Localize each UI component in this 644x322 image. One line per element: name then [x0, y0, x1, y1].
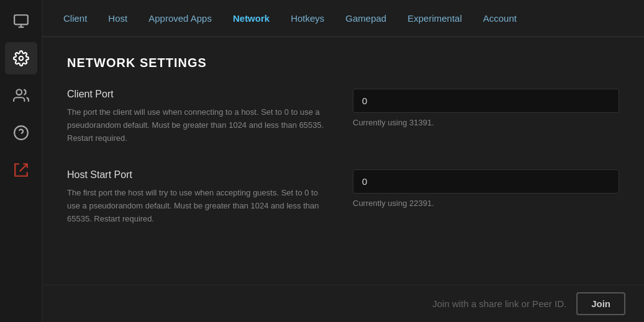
top-nav: Client Host Approved Apps Network Hotkey…: [42, 0, 644, 37]
help-icon: [13, 125, 29, 141]
client-port-title: Client Port: [67, 89, 328, 100]
client-port-desc: The port the client will use when connec…: [67, 106, 328, 145]
client-port-input-col: Currently using 31391.: [353, 89, 619, 127]
sidebar: [0, 0, 42, 322]
nav-item-host[interactable]: Host: [99, 8, 136, 29]
sidebar-item-settings[interactable]: [5, 42, 37, 74]
client-port-label-col: Client Port The port the client will use…: [67, 89, 328, 145]
page-title: NETWORK SETTINGS: [67, 56, 619, 70]
sidebar-item-monitor[interactable]: [5, 5, 37, 37]
svg-rect-0: [14, 15, 28, 24]
host-start-port-label-col: Host Start Port The first port the host …: [67, 169, 328, 225]
client-port-input[interactable]: [353, 89, 619, 113]
nav-item-hotkeys[interactable]: Hotkeys: [282, 8, 333, 29]
nav-item-network[interactable]: Network: [224, 8, 278, 29]
nav-item-approved-apps[interactable]: Approved Apps: [140, 8, 220, 29]
svg-point-4: [16, 89, 22, 95]
host-start-port-input-col: Currently using 22391.: [353, 169, 619, 208]
client-port-current: Currently using 31391.: [353, 118, 619, 127]
host-start-port-title: Host Start Port: [67, 169, 328, 181]
host-start-port-current: Currently using 22391.: [353, 199, 619, 208]
nav-item-experimental[interactable]: Experimental: [399, 8, 471, 29]
sidebar-item-users[interactable]: [5, 79, 37, 112]
content-area: NETWORK SETTINGS Client Port The port th…: [42, 37, 644, 285]
host-start-port-input[interactable]: [353, 169, 619, 194]
join-button[interactable]: Join: [576, 292, 625, 315]
settings-row-client-port: Client Port The port the client will use…: [67, 89, 619, 145]
bottom-bar: Join with a share link or Peer ID. Join: [42, 285, 644, 322]
sidebar-item-help[interactable]: [5, 117, 37, 149]
nav-item-gamepad[interactable]: Gamepad: [337, 8, 395, 29]
settings-row-host-start-port: Host Start Port The first port the host …: [67, 169, 619, 225]
nav-item-client[interactable]: Client: [55, 8, 96, 29]
gear-icon: [13, 50, 29, 66]
sidebar-item-share[interactable]: [5, 154, 37, 186]
monitor-icon: [13, 13, 29, 29]
nav-item-account[interactable]: Account: [474, 8, 525, 29]
main-panel: Client Host Approved Apps Network Hotkey…: [42, 0, 644, 322]
join-placeholder: Join with a share link or Peer ID.: [432, 298, 566, 309]
share-icon: [13, 162, 29, 178]
svg-point-3: [19, 56, 23, 61]
users-icon: [13, 87, 29, 104]
host-start-port-desc: The first port the host will try to use …: [67, 187, 328, 225]
